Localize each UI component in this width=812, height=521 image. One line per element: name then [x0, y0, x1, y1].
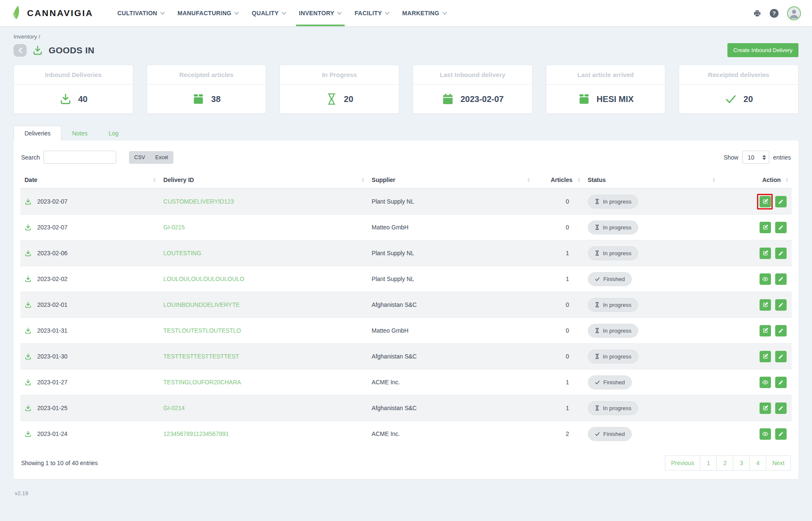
column-header-articles[interactable]: Articles	[533, 171, 584, 189]
open-delivery-button[interactable]	[760, 299, 771, 311]
open-delivery-button[interactable]	[760, 402, 771, 414]
spinner-icon	[763, 155, 766, 160]
brand-logo[interactable]: CANNAVIGIA	[11, 0, 93, 26]
eye-icon	[762, 431, 768, 437]
open-delivery-button[interactable]	[760, 428, 771, 440]
edit-delivery-button[interactable]	[775, 222, 787, 233]
edit-delivery-button[interactable]	[775, 428, 787, 440]
breadcrumb[interactable]: Inventory /	[14, 26, 798, 40]
hourglass-status-icon	[595, 302, 600, 308]
delivery-date: 2023-01-31	[37, 327, 68, 334]
stat-card-value: 40	[78, 94, 88, 104]
pagination-button[interactable]: 2	[716, 455, 733, 471]
open-delivery-button[interactable]	[760, 273, 771, 285]
open-delivery-button[interactable]	[760, 248, 771, 259]
pencil-icon	[778, 225, 784, 230]
open-delivery-button[interactable]	[760, 351, 771, 362]
page-size-select[interactable]: 10	[742, 151, 769, 164]
search-label: Search	[21, 154, 40, 161]
nav-item[interactable]: INVENTORY	[293, 0, 348, 26]
brand-name: CANNAVIGIA	[27, 8, 93, 18]
edit-delivery-button[interactable]	[775, 299, 787, 311]
table-row: 2023-01-31 TESTLOUTESTLOUTESTLO Matteo G…	[20, 318, 792, 344]
create-inbound-delivery-button[interactable]: Create Inbound Delivery	[727, 43, 798, 57]
tab-notes[interactable]: Notes	[61, 126, 98, 141]
articles-count: 2	[566, 430, 569, 437]
delivery-id-link[interactable]: TESTTESTTESTTESTTEST	[163, 353, 239, 360]
print-button[interactable]	[753, 9, 761, 17]
table-row: 2023-02-06 LOUTESTING Plant Supply NL 1	[20, 240, 792, 266]
pagination-button[interactable]: 1	[700, 455, 717, 471]
status-badge: In progress	[588, 401, 639, 415]
check-status-icon	[595, 431, 600, 437]
pagination-button[interactable]: Next	[766, 455, 791, 471]
edit-square-icon	[763, 302, 768, 308]
supplier-name: Afghanistan S&C	[372, 301, 417, 308]
stat-card: In Progress	[280, 65, 399, 114]
hourglass-status-icon	[595, 250, 600, 256]
edit-delivery-button[interactable]	[775, 377, 787, 388]
column-header-action[interactable]: Action	[719, 171, 792, 189]
nav-item[interactable]: FACILITY	[348, 0, 396, 26]
edit-delivery-button[interactable]	[775, 402, 787, 414]
goods-in-row-icon	[25, 405, 32, 412]
edit-delivery-button[interactable]	[775, 248, 787, 259]
printer-icon	[753, 9, 761, 17]
chevron-down-icon	[282, 12, 286, 15]
column-header-status[interactable]: Status	[584, 171, 719, 189]
nav-item[interactable]: QUALITY	[245, 0, 293, 26]
column-header-date[interactable]: Date	[20, 171, 159, 189]
open-delivery-button[interactable]	[760, 377, 771, 388]
export-excel-button[interactable]: Excel	[150, 151, 173, 164]
delivery-id-link[interactable]: 12345678911234567891	[163, 430, 229, 437]
delivery-id-link[interactable]: TESTLOUTESTLOUTESTLO	[163, 327, 241, 334]
delivery-id-link[interactable]: LOUTESTING	[163, 250, 201, 256]
active-nav-underline	[296, 25, 345, 26]
export-csv-button[interactable]: CSV	[129, 151, 150, 164]
help-icon[interactable]: ?	[770, 9, 779, 18]
edit-delivery-button[interactable]	[775, 351, 787, 362]
package-icon	[192, 93, 205, 105]
delivery-id-link[interactable]: LOUINBOUNDDELIVERYTE	[163, 301, 239, 308]
nav-item[interactable]: MANUFACTURING	[171, 0, 246, 26]
pagination-button[interactable]: 4	[749, 455, 766, 471]
delivery-id-link[interactable]: GI-0214	[163, 405, 185, 411]
edit-delivery-button[interactable]	[775, 273, 787, 285]
status-badge: In progress	[588, 350, 639, 364]
pencil-icon	[778, 302, 784, 308]
stat-card-label: Receipted articles	[147, 65, 266, 85]
delivery-id-link[interactable]: LOULOULOULOULOULOULO	[163, 276, 244, 282]
search-input[interactable]	[44, 151, 116, 164]
show-label: Show	[724, 154, 738, 161]
delivery-date: 2023-02-07	[37, 224, 68, 231]
edit-square-icon	[763, 224, 768, 230]
edit-delivery-button[interactable]	[775, 325, 787, 336]
column-header-delivery-id[interactable]: Delivery ID	[159, 171, 367, 189]
stat-card-value: 2023-02-07	[461, 94, 504, 104]
tab-log[interactable]: Log	[98, 126, 129, 141]
delivery-id-link[interactable]: TESTINGLOUFOR20CHARA	[163, 379, 241, 386]
open-delivery-button[interactable]	[760, 325, 771, 336]
status-label: Finished	[604, 379, 625, 386]
avatar[interactable]	[787, 6, 801, 20]
column-header-supplier[interactable]: Supplier	[368, 171, 533, 189]
edit-delivery-button[interactable]	[775, 196, 787, 207]
nav-item[interactable]: CULTIVATION	[111, 0, 171, 26]
open-delivery-button[interactable]	[760, 222, 771, 233]
delivery-date: 2023-02-01	[37, 301, 68, 308]
articles-count: 1	[566, 276, 569, 282]
delivery-id-link[interactable]: GI-0215	[163, 224, 185, 231]
table-row: 2023-02-01 LOUINBOUNDDELIVERYTE Afghanis…	[20, 292, 792, 318]
supplier-name: Plant Supply NL	[372, 250, 414, 256]
tab-deliveries[interactable]: Deliveries	[14, 126, 61, 141]
delivery-id-link[interactable]: CUSTOMDELIVERYID123	[163, 198, 234, 205]
eye-icon	[762, 276, 768, 282]
supplier-name: Plant Supply NL	[372, 276, 414, 282]
pagination-button[interactable]: 3	[733, 455, 750, 471]
stat-card: Last article arrived	[546, 65, 666, 114]
table-row: 2023-02-07 CUSTOMDELIVERYID123 Plant Sup…	[20, 189, 792, 215]
open-delivery-button[interactable]	[760, 196, 771, 207]
back-button[interactable]	[14, 44, 27, 57]
pagination-button[interactable]: Previous	[665, 455, 700, 471]
nav-item[interactable]: MARKETING	[396, 0, 453, 26]
